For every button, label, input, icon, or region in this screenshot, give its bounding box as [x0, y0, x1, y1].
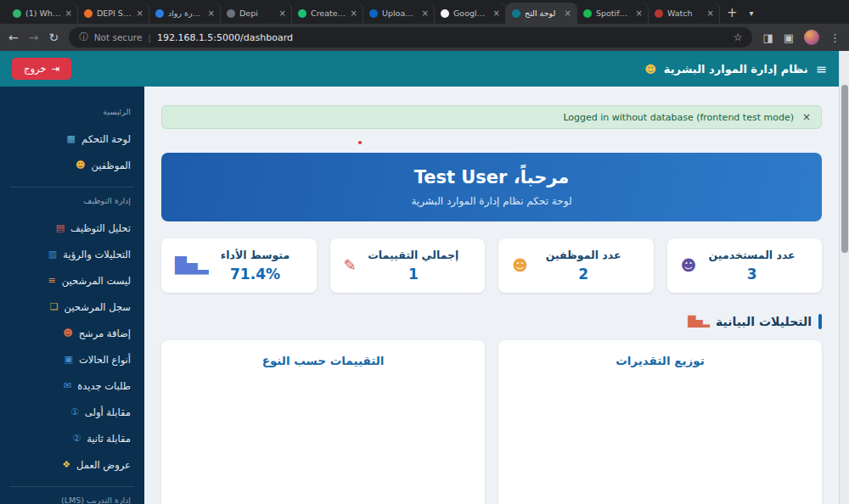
profile-avatar[interactable] — [804, 30, 819, 45]
tab-close-icon[interactable]: × — [279, 8, 286, 18]
stat-text: متوسط الأداء 71.4% — [208, 249, 303, 283]
page-content: ≡ نظام إدارة الموارد البشرية ☻ ⇥ خروج ال… — [0, 51, 839, 504]
logout-label: خروج — [24, 63, 46, 75]
sidebar: الرئيسية لوحة التحكم ▦ الموظفين ☻ إدارة … — [0, 87, 144, 504]
browser-tab-upload[interactable]: Upload pr × — [363, 3, 435, 24]
back-icon[interactable]: ← — [8, 31, 19, 43]
alert-message: Logged in without database (frontend tes… — [563, 112, 794, 123]
browser-menu-icon[interactable]: ⋮ — [829, 31, 841, 44]
bookmark-star-icon[interactable]: ☆ — [734, 31, 743, 43]
tab-close-icon[interactable]: × — [565, 8, 571, 18]
sidebar-item-candidates-list[interactable]: ليست المرشحين ≡ — [0, 267, 144, 294]
sidebar-item-label: ليست المرشحين — [62, 275, 131, 287]
security-status-label: Not secure — [94, 32, 143, 42]
stat-value: 2 — [527, 266, 640, 283]
browser-tab-depi-studio[interactable]: DEPI Stud × — [78, 3, 149, 24]
extensions-icon[interactable]: ▣ — [784, 31, 794, 44]
browser-tab-create-gig[interactable]: Create Gig × — [292, 3, 363, 24]
tab-close-icon[interactable]: × — [707, 8, 714, 18]
tab-close-icon[interactable]: × — [208, 8, 215, 18]
sidebar-item-status-types[interactable]: أنواع الحالات ▣ — [0, 346, 144, 372]
sidebar-item-employees[interactable]: الموظفين ☻ — [0, 152, 144, 178]
sidebar-item-candidates-record[interactable]: سجل المرشحين ❏ — [0, 294, 144, 320]
sidebar-item-label: مقابلة أولى — [85, 406, 131, 418]
number-two-icon: ② — [72, 434, 81, 443]
charts-row: توزيع التقديرات التقييمات حسب النوع — [161, 340, 822, 504]
welcome-banner: مرحباً، Test User لوحة تحكم نظام إدارة ا… — [161, 153, 822, 221]
sidebar-item-label: تحليل التوظيف — [70, 222, 131, 234]
sidebar-item-first-interview[interactable]: مقابلة أولى ① — [0, 399, 144, 425]
render-artifact-dot — [358, 141, 362, 144]
tab-label: (1) Whats — [25, 8, 61, 18]
browser-tab-mobadara[interactable]: مبادرة رواد × — [149, 3, 221, 24]
new-tab-button[interactable]: + — [727, 5, 738, 20]
sidebar-item-label: لوحة التحكم — [82, 133, 131, 145]
tab-close-icon[interactable]: × — [137, 8, 143, 18]
logout-button[interactable]: ⇥ خروج — [12, 58, 71, 80]
stat-text: عدد المستخدمين 3 — [695, 249, 808, 283]
success-alert: × Logged in without database (frontend t… — [161, 105, 822, 129]
hamburger-menu-icon[interactable]: ≡ — [816, 61, 827, 77]
status-types-icon: ▣ — [65, 355, 73, 364]
sidebar-section-lms: إدارة التدريب (LMS) — [0, 496, 144, 504]
toolbar-right-group: ◨ ▣ ⋮ — [762, 30, 841, 45]
google-favicon-icon — [441, 9, 449, 18]
sidebar-item-add-candidate[interactable]: إضافة مرشح ☻ — [0, 320, 144, 346]
site-info-icon[interactable]: ⓘ — [79, 31, 88, 43]
tab-close-icon[interactable]: × — [493, 8, 500, 18]
sidebar-item-analytics-insights[interactable]: التحليلات والرؤية ▥ — [0, 241, 144, 267]
page-viewport: ≡ نظام إدارة الموارد البشرية ☻ ⇥ خروج ال… — [0, 51, 849, 504]
browser-tab-spotify[interactable]: Spotify - V × — [577, 3, 649, 24]
charts-section-title: التحليلات البيانية — [716, 315, 812, 328]
sidebar-item-new-requests[interactable]: طلبات جديدة ✉ — [0, 372, 144, 399]
tab-close-icon[interactable]: × — [422, 8, 429, 18]
side-panel-icon[interactable]: ◨ — [762, 31, 773, 44]
performance-chart-icon: ▂▅█ — [175, 258, 208, 273]
page-scrollbar[interactable] — [839, 51, 849, 504]
section-accent-bar — [818, 314, 822, 329]
chart-card-evaluations-by-type: التقييمات حسب النوع — [161, 340, 485, 504]
sidebar-item-second-interview[interactable]: مقابلة ثانية ② — [0, 425, 144, 451]
sidebar-item-label: طلبات جديدة — [77, 380, 131, 392]
forward-icon[interactable]: → — [29, 31, 39, 43]
stat-card-employees: عدد الموظفين 2 ☻ — [498, 238, 654, 293]
browser-tab-depi[interactable]: Depi × — [221, 3, 292, 24]
app-title-group: ≡ نظام إدارة الموارد البشرية ☻ — [644, 61, 827, 77]
analysis-chart-icon: ▤ — [56, 223, 65, 232]
tab-close-icon[interactable]: × — [351, 8, 357, 18]
tab-label: Spotify - V — [596, 8, 632, 18]
stat-card-users: عدد المستخدمين 3 ☻ — [667, 238, 823, 293]
upload-favicon-icon — [369, 9, 378, 18]
tab-close-icon[interactable]: × — [65, 8, 72, 18]
insights-chart-icon: ▥ — [48, 249, 57, 259]
app-body: الرئيسية لوحة التحكم ▦ الموظفين ☻ إدارة … — [0, 87, 839, 504]
tab-label: DEPI Stud — [97, 8, 132, 18]
stat-title: إجمالي التقييمات — [356, 249, 471, 262]
tab-close-icon[interactable]: × — [636, 8, 643, 18]
sidebar-item-label: سجل المرشحين — [65, 301, 131, 313]
evaluations-pencil-icon: ✎ — [344, 258, 356, 273]
address-bar[interactable]: ⓘ Not secure | 192.168.1.5:5000/dashboar… — [69, 27, 752, 48]
browser-tab-google[interactable]: Google Ge × — [435, 3, 506, 24]
tab-label: Upload pr — [382, 8, 418, 18]
browser-tab-dashboard-active[interactable]: لوحة التح × — [506, 3, 577, 24]
watch-favicon-icon — [655, 9, 663, 18]
employees-icon: ☻ — [76, 160, 85, 170]
tab-search-icon[interactable]: ▾ — [750, 8, 754, 18]
sidebar-item-job-offers[interactable]: عروض العمل ❖ — [0, 451, 144, 478]
logout-icon: ⇥ — [51, 63, 59, 75]
browser-tab-watch[interactable]: Watch × — [649, 3, 720, 24]
sidebar-item-label: الموظفين — [92, 160, 131, 171]
url-text[interactable]: 192.168.1.5:5000/dashboard — [157, 32, 293, 43]
scrollbar-thumb[interactable] — [841, 85, 848, 253]
sidebar-item-dashboard[interactable]: لوحة التحكم ▦ — [0, 126, 144, 152]
sidebar-item-recruitment-analysis[interactable]: تحليل التوظيف ▤ — [0, 215, 144, 241]
reload-icon[interactable]: ↻ — [48, 31, 59, 43]
dashboard-icon: ▦ — [67, 134, 76, 143]
alert-close-icon[interactable]: × — [802, 111, 811, 123]
spotify-favicon-icon — [583, 9, 592, 18]
stat-value: 71.4% — [208, 266, 303, 283]
browser-tab-whatsapp[interactable]: (1) Whats × — [7, 3, 78, 24]
sidebar-divider — [10, 187, 134, 196]
sidebar-item-label: إضافة مرشح — [79, 328, 131, 339]
